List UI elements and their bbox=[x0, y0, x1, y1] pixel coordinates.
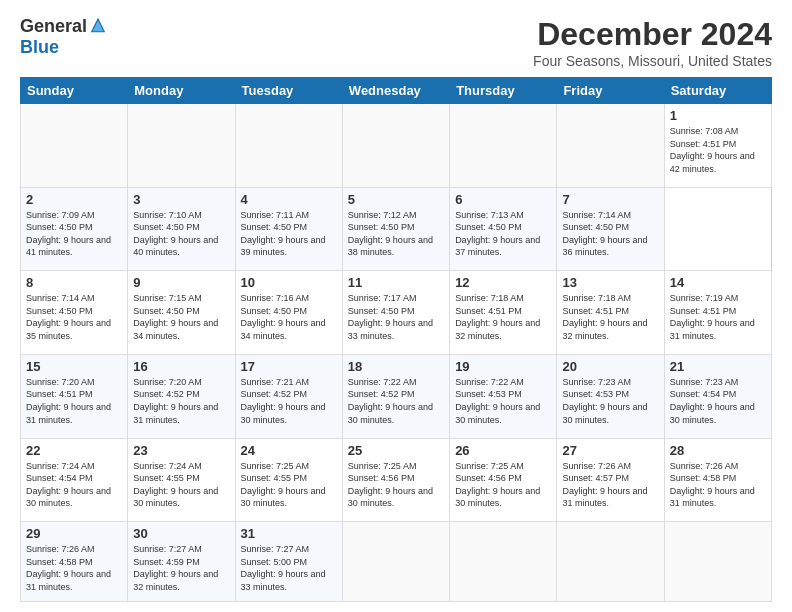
calendar-week-row: 22Sunrise: 7:24 AMSunset: 4:54 PMDayligh… bbox=[21, 438, 772, 522]
day-number: 16 bbox=[133, 359, 229, 374]
day-info: Sunrise: 7:10 AMSunset: 4:50 PMDaylight:… bbox=[133, 210, 218, 258]
day-number: 2 bbox=[26, 192, 122, 207]
day-cell: 10Sunrise: 7:16 AMSunset: 4:50 PMDayligh… bbox=[235, 271, 342, 355]
day-info: Sunrise: 7:24 AMSunset: 4:54 PMDaylight:… bbox=[26, 461, 111, 509]
empty-cell bbox=[450, 104, 557, 188]
calendar-header-row: SundayMondayTuesdayWednesdayThursdayFrid… bbox=[21, 78, 772, 104]
day-number: 12 bbox=[455, 275, 551, 290]
day-info: Sunrise: 7:14 AMSunset: 4:50 PMDaylight:… bbox=[562, 210, 647, 258]
day-info: Sunrise: 7:16 AMSunset: 4:50 PMDaylight:… bbox=[241, 293, 326, 341]
day-cell: 17Sunrise: 7:21 AMSunset: 4:52 PMDayligh… bbox=[235, 354, 342, 438]
day-number: 5 bbox=[348, 192, 444, 207]
calendar-week-row: 29Sunrise: 7:26 AMSunset: 4:58 PMDayligh… bbox=[21, 522, 772, 602]
day-header-sunday: Sunday bbox=[21, 78, 128, 104]
day-cell: 15Sunrise: 7:20 AMSunset: 4:51 PMDayligh… bbox=[21, 354, 128, 438]
day-number: 27 bbox=[562, 443, 658, 458]
day-number: 14 bbox=[670, 275, 766, 290]
calendar: SundayMondayTuesdayWednesdayThursdayFrid… bbox=[20, 77, 772, 602]
day-cell: 21Sunrise: 7:23 AMSunset: 4:54 PMDayligh… bbox=[664, 354, 771, 438]
day-info: Sunrise: 7:13 AMSunset: 4:50 PMDaylight:… bbox=[455, 210, 540, 258]
day-info: Sunrise: 7:23 AMSunset: 4:53 PMDaylight:… bbox=[562, 377, 647, 425]
day-number: 29 bbox=[26, 526, 122, 541]
day-number: 17 bbox=[241, 359, 337, 374]
day-info: Sunrise: 7:22 AMSunset: 4:53 PMDaylight:… bbox=[455, 377, 540, 425]
day-cell: 25Sunrise: 7:25 AMSunset: 4:56 PMDayligh… bbox=[342, 438, 449, 522]
day-cell: 22Sunrise: 7:24 AMSunset: 4:54 PMDayligh… bbox=[21, 438, 128, 522]
day-cell bbox=[664, 522, 771, 602]
day-cell: 2Sunrise: 7:09 AMSunset: 4:50 PMDaylight… bbox=[21, 187, 128, 271]
day-number: 19 bbox=[455, 359, 551, 374]
day-header-tuesday: Tuesday bbox=[235, 78, 342, 104]
day-number: 23 bbox=[133, 443, 229, 458]
logo-general-text: General bbox=[20, 16, 87, 37]
day-info: Sunrise: 7:08 AMSunset: 4:51 PMDaylight:… bbox=[670, 126, 755, 174]
day-cell: 31Sunrise: 7:27 AMSunset: 5:00 PMDayligh… bbox=[235, 522, 342, 602]
day-number: 26 bbox=[455, 443, 551, 458]
day-info: Sunrise: 7:21 AMSunset: 4:52 PMDaylight:… bbox=[241, 377, 326, 425]
day-number: 9 bbox=[133, 275, 229, 290]
day-header-monday: Monday bbox=[128, 78, 235, 104]
day-info: Sunrise: 7:09 AMSunset: 4:50 PMDaylight:… bbox=[26, 210, 111, 258]
day-cell: 1Sunrise: 7:08 AMSunset: 4:51 PMDaylight… bbox=[664, 104, 771, 188]
day-number: 15 bbox=[26, 359, 122, 374]
day-info: Sunrise: 7:23 AMSunset: 4:54 PMDaylight:… bbox=[670, 377, 755, 425]
day-number: 8 bbox=[26, 275, 122, 290]
day-cell: 7Sunrise: 7:14 AMSunset: 4:50 PMDaylight… bbox=[557, 187, 664, 271]
day-number: 3 bbox=[133, 192, 229, 207]
day-number: 11 bbox=[348, 275, 444, 290]
day-info: Sunrise: 7:19 AMSunset: 4:51 PMDaylight:… bbox=[670, 293, 755, 341]
calendar-week-row: 1Sunrise: 7:08 AMSunset: 4:51 PMDaylight… bbox=[21, 104, 772, 188]
day-cell: 12Sunrise: 7:18 AMSunset: 4:51 PMDayligh… bbox=[450, 271, 557, 355]
day-number: 31 bbox=[241, 526, 337, 541]
day-number: 13 bbox=[562, 275, 658, 290]
day-info: Sunrise: 7:25 AMSunset: 4:56 PMDaylight:… bbox=[348, 461, 433, 509]
day-number: 1 bbox=[670, 108, 766, 123]
page: General Blue December 2024 Four Seasons,… bbox=[0, 0, 792, 612]
day-cell: 30Sunrise: 7:27 AMSunset: 4:59 PMDayligh… bbox=[128, 522, 235, 602]
day-cell: 6Sunrise: 7:13 AMSunset: 4:50 PMDaylight… bbox=[450, 187, 557, 271]
day-info: Sunrise: 7:22 AMSunset: 4:52 PMDaylight:… bbox=[348, 377, 433, 425]
day-number: 24 bbox=[241, 443, 337, 458]
day-cell: 18Sunrise: 7:22 AMSunset: 4:52 PMDayligh… bbox=[342, 354, 449, 438]
day-info: Sunrise: 7:27 AMSunset: 5:00 PMDaylight:… bbox=[241, 544, 326, 592]
day-cell: 4Sunrise: 7:11 AMSunset: 4:50 PMDaylight… bbox=[235, 187, 342, 271]
day-cell: 19Sunrise: 7:22 AMSunset: 4:53 PMDayligh… bbox=[450, 354, 557, 438]
day-info: Sunrise: 7:24 AMSunset: 4:55 PMDaylight:… bbox=[133, 461, 218, 509]
day-info: Sunrise: 7:20 AMSunset: 4:52 PMDaylight:… bbox=[133, 377, 218, 425]
day-info: Sunrise: 7:27 AMSunset: 4:59 PMDaylight:… bbox=[133, 544, 218, 592]
day-cell: 28Sunrise: 7:26 AMSunset: 4:58 PMDayligh… bbox=[664, 438, 771, 522]
empty-cell bbox=[557, 104, 664, 188]
day-cell: 3Sunrise: 7:10 AMSunset: 4:50 PMDaylight… bbox=[128, 187, 235, 271]
day-cell: 29Sunrise: 7:26 AMSunset: 4:58 PMDayligh… bbox=[21, 522, 128, 602]
day-cell: 20Sunrise: 7:23 AMSunset: 4:53 PMDayligh… bbox=[557, 354, 664, 438]
day-cell bbox=[450, 522, 557, 602]
empty-cell bbox=[21, 104, 128, 188]
day-cell: 27Sunrise: 7:26 AMSunset: 4:57 PMDayligh… bbox=[557, 438, 664, 522]
day-info: Sunrise: 7:20 AMSunset: 4:51 PMDaylight:… bbox=[26, 377, 111, 425]
logo-blue-text: Blue bbox=[20, 37, 59, 58]
day-number: 30 bbox=[133, 526, 229, 541]
day-cell: 8Sunrise: 7:14 AMSunset: 4:50 PMDaylight… bbox=[21, 271, 128, 355]
day-info: Sunrise: 7:26 AMSunset: 4:58 PMDaylight:… bbox=[670, 461, 755, 509]
empty-cell bbox=[235, 104, 342, 188]
calendar-week-row: 15Sunrise: 7:20 AMSunset: 4:51 PMDayligh… bbox=[21, 354, 772, 438]
day-number: 21 bbox=[670, 359, 766, 374]
day-info: Sunrise: 7:26 AMSunset: 4:58 PMDaylight:… bbox=[26, 544, 111, 592]
day-number: 20 bbox=[562, 359, 658, 374]
day-number: 4 bbox=[241, 192, 337, 207]
day-cell: 23Sunrise: 7:24 AMSunset: 4:55 PMDayligh… bbox=[128, 438, 235, 522]
day-number: 18 bbox=[348, 359, 444, 374]
day-cell: 9Sunrise: 7:15 AMSunset: 4:50 PMDaylight… bbox=[128, 271, 235, 355]
day-info: Sunrise: 7:17 AMSunset: 4:50 PMDaylight:… bbox=[348, 293, 433, 341]
day-number: 6 bbox=[455, 192, 551, 207]
empty-cell bbox=[342, 104, 449, 188]
day-number: 10 bbox=[241, 275, 337, 290]
day-info: Sunrise: 7:18 AMSunset: 4:51 PMDaylight:… bbox=[455, 293, 540, 341]
day-cell: 14Sunrise: 7:19 AMSunset: 4:51 PMDayligh… bbox=[664, 271, 771, 355]
logo-icon bbox=[89, 16, 107, 34]
day-number: 7 bbox=[562, 192, 658, 207]
day-info: Sunrise: 7:15 AMSunset: 4:50 PMDaylight:… bbox=[133, 293, 218, 341]
logo: General Blue bbox=[20, 16, 107, 58]
day-info: Sunrise: 7:26 AMSunset: 4:57 PMDaylight:… bbox=[562, 461, 647, 509]
day-number: 25 bbox=[348, 443, 444, 458]
